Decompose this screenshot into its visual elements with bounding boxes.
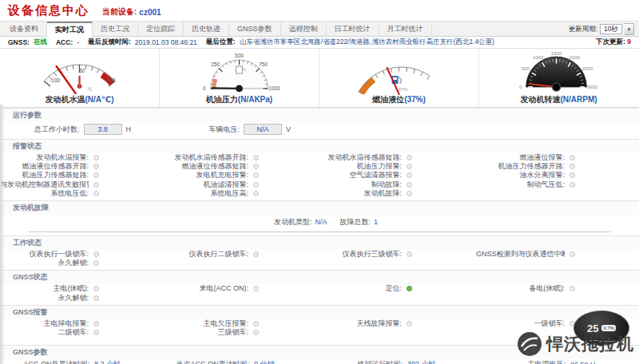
status-item: 系统电压高: xyxy=(163,188,323,199)
status-led xyxy=(93,191,99,196)
status-led xyxy=(253,321,259,326)
acc-label: ACC: xyxy=(56,38,73,46)
status-led xyxy=(570,182,575,188)
tab-4[interactable]: 定位跟踪 xyxy=(138,22,184,36)
update-cycle-select[interactable]: 10秒 xyxy=(600,24,622,34)
gauge-value: (N/ARPM) xyxy=(560,95,597,104)
status-led xyxy=(407,164,412,169)
gauge-tick-label: 250 xyxy=(211,61,220,67)
param-item: 终端运行时间:302 小时 xyxy=(323,359,476,364)
status-led xyxy=(93,286,99,291)
param-value: 26.59 V xyxy=(566,361,639,364)
field-value-box[interactable]: 3.8 xyxy=(84,124,122,135)
status-led xyxy=(93,251,99,257)
status-led xyxy=(570,155,575,160)
gauge-tick-label: 750 xyxy=(259,61,268,67)
status-item: 系统电压低: xyxy=(0,188,163,199)
gauge-tick xyxy=(375,74,378,78)
status-item: 永久解锁: xyxy=(0,293,163,303)
gauge-row: -10050200℃发动机水温(N/A℃)02505007501000机油压力(… xyxy=(0,48,639,108)
tab-list: 设备资料实时工况历史工况定位跟踪历史轨迹GNSS参数远程控制日工时统计月工时统计 xyxy=(2,22,432,36)
last-location-value: 山东省潍坊市寒亭区北海路/省道222/海港路,潍坊农村商业银行高庄支行(西北1.… xyxy=(240,38,494,47)
status-item: 制动气压低: xyxy=(476,180,639,190)
section-title: 工作状态 xyxy=(0,236,639,250)
status-led xyxy=(407,172,412,178)
gauge-reserve-zone xyxy=(362,80,374,93)
fields-row: 总工作小时数:3.8H车辆电压:N/AV xyxy=(0,122,639,136)
status-led xyxy=(93,172,99,178)
tab-1[interactable]: 设备资料 xyxy=(2,22,47,36)
status-led xyxy=(253,286,259,291)
status-led xyxy=(253,164,259,169)
gauge-value: (N/AKPa) xyxy=(238,95,272,104)
status-item: 仪表执行三级锁车: xyxy=(323,249,476,259)
param-grid: ACC ON总累计时间:8.2 小时当次ACC ON累计时间:0 分钟终端运行时… xyxy=(0,359,639,364)
gauge-tick xyxy=(73,65,73,69)
status-item: GNSS检测到与仪表通信中断锁车: xyxy=(476,249,639,259)
param-label: 当次ACC ON累计时间: xyxy=(163,359,249,364)
gauge-tick xyxy=(54,72,57,76)
tab-2[interactable]: 实时工况 xyxy=(47,22,93,37)
status-item: 仪表执行二级锁车: xyxy=(163,249,323,259)
gauge-name: 机油压力 xyxy=(206,95,238,104)
status-item: 定位: xyxy=(323,283,476,294)
gauge-tick-label: 500 xyxy=(235,53,244,58)
fuel-level-gauge-icon: 37% xyxy=(320,49,478,95)
gauge-caption: 发动机水温(N/A℃) xyxy=(0,94,159,105)
field-label: 总工作小时数: xyxy=(0,125,80,135)
page-title: 设备信息中心 xyxy=(8,3,89,18)
section-title: 运行参数 xyxy=(0,109,639,122)
param-item: 主电源电压:26.59 V xyxy=(476,359,639,364)
gauge-value: (N/A℃) xyxy=(85,95,114,104)
status-led xyxy=(253,251,259,257)
tab-3[interactable]: 历史工况 xyxy=(93,22,138,36)
led-grid: 仪表执行一级锁车:仪表执行二级锁车:仪表执行三级锁车:GNSS检测到与仪表通信中… xyxy=(0,250,639,267)
current-device-label: 当前设备: xyxy=(102,6,137,18)
gnss-label: GNSS: xyxy=(8,38,30,46)
sections: 运行参数总工作小时数:3.8H车辆电压:N/AV报警状态发动机水温报警:发动机水… xyxy=(0,108,639,364)
gauge-tick xyxy=(85,65,86,69)
status-led xyxy=(93,260,99,266)
section-title: 报警状态 xyxy=(0,140,639,153)
field-value-box[interactable]: N/A xyxy=(244,124,282,135)
gauge-caption: 机油压力(N/AKPa) xyxy=(160,94,319,105)
gauge-tick-label: 2500 xyxy=(582,66,593,71)
gauge-tick-label: 1000 xyxy=(533,55,544,60)
tab-9[interactable]: 月工时统计 xyxy=(379,22,432,36)
update-cycle-label: 更新周期: xyxy=(569,25,597,34)
last-location-label: 最后位置: xyxy=(206,38,236,47)
status-led xyxy=(93,295,99,301)
status-label: 仪表执行三级锁车: xyxy=(323,249,402,259)
chevron-down-icon[interactable]: ▼ xyxy=(625,23,634,35)
tab-7[interactable]: 远程控制 xyxy=(281,22,327,36)
gauge-tick xyxy=(97,69,99,73)
status-label: 系统电压高: xyxy=(163,188,248,199)
tab-6[interactable]: GNSS参数 xyxy=(229,22,281,36)
field-label: 车辆电压: xyxy=(163,125,240,135)
gauge-tick-label: 1000 xyxy=(268,85,280,91)
gauge-fuel-level: 37%燃油液位(37%) xyxy=(320,49,479,107)
status-led xyxy=(570,286,575,291)
tab-5[interactable]: 历史轨迹 xyxy=(184,22,229,36)
tractor-wheel-icon xyxy=(516,330,543,358)
section-work-status: 工作状态仪表执行一级锁车:仪表执行二级锁车:仪表执行三级锁车:GNSS检测到与仪… xyxy=(0,235,639,270)
status-led xyxy=(407,286,412,291)
tab-8[interactable]: 日工时统计 xyxy=(327,22,379,36)
last-feedback-time: 2019.01.03 08:46:21 xyxy=(135,38,197,46)
gauge-caption: 发动机转速(N/ARPM) xyxy=(479,94,638,105)
section-engine-fault: 发动机故障发动机类型:N/A故障总数:1 xyxy=(0,200,639,235)
gauge-tick xyxy=(66,66,67,70)
status-led xyxy=(93,155,99,160)
status-label: 一级锁车: xyxy=(476,318,565,329)
status-led xyxy=(570,251,575,257)
param-value: 0 分钟 xyxy=(249,359,323,364)
status-led xyxy=(253,155,259,160)
gauge-water-temperature: -10050200℃发动机水温(N/A℃) xyxy=(0,49,160,107)
section-title: GNSS报警 xyxy=(0,306,639,319)
status-led xyxy=(253,191,259,196)
gauge-tick-label: 2000 xyxy=(570,55,581,60)
field-unit: H xyxy=(126,125,132,133)
section-title: 发动机故障 xyxy=(0,201,639,215)
current-device-value[interactable]: cz001 xyxy=(139,8,161,17)
status-led xyxy=(407,321,412,326)
